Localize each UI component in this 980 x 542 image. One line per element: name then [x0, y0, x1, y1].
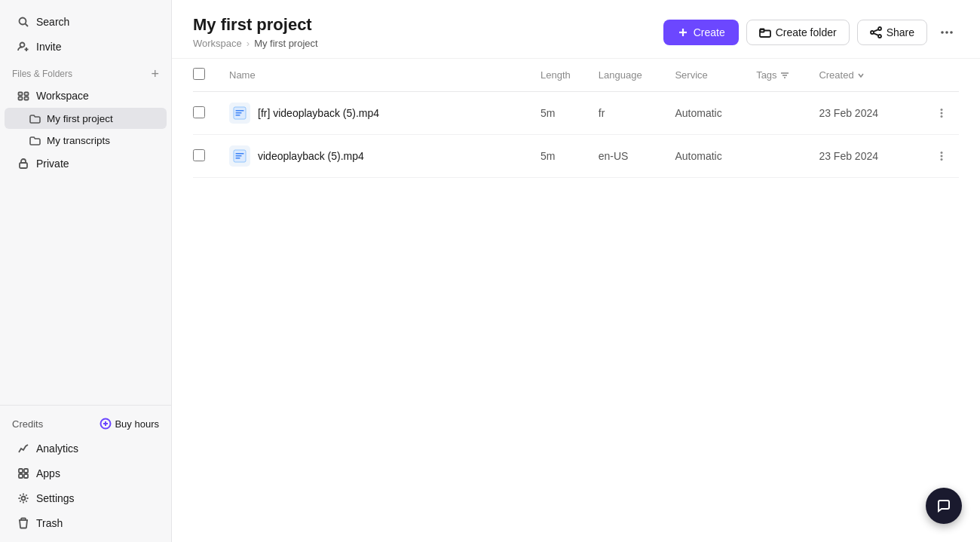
files-table: Name Length Language Service Tags	[193, 59, 959, 178]
sidebar-item-private[interactable]: Private	[5, 152, 167, 176]
row-length-1: 5m	[534, 135, 593, 178]
svg-point-17	[22, 497, 26, 501]
row-actions-1	[911, 135, 959, 178]
file-icon-0	[229, 103, 250, 124]
row-service-0: Automatic	[669, 92, 750, 135]
row-created-1: 23 Feb 2024	[813, 135, 911, 178]
svg-point-22	[878, 35, 881, 38]
svg-point-42	[941, 158, 943, 161]
svg-point-33	[941, 109, 943, 111]
page-title: My first project	[193, 15, 318, 35]
svg-rect-6	[25, 93, 29, 96]
svg-rect-37	[236, 153, 244, 155]
svg-rect-9	[20, 163, 27, 168]
svg-rect-31	[236, 112, 242, 114]
svg-line-24	[873, 29, 877, 32]
create-button[interactable]: Create	[663, 20, 739, 45]
sidebar-item-settings[interactable]: Settings	[5, 486, 167, 510]
file-name-1[interactable]: videoplayback (5).mp4	[258, 150, 364, 162]
folder-icon	[29, 112, 41, 124]
sidebar-item-apps[interactable]: Apps	[5, 461, 167, 485]
breadcrumb-workspace[interactable]: Workspace	[193, 38, 242, 49]
file-name-0[interactable]: [fr] videoplayback (5).mp4	[258, 107, 379, 119]
svg-rect-8	[25, 97, 29, 100]
select-all-checkbox[interactable]	[193, 68, 205, 80]
svg-point-34	[941, 112, 943, 115]
col-checkbox	[193, 59, 223, 92]
sidebar-item-invite[interactable]: Invite	[5, 35, 167, 59]
buy-hours-button[interactable]: Buy hours	[100, 418, 159, 430]
sidebar-item-trash[interactable]: Trash	[5, 511, 167, 535]
svg-point-27	[945, 31, 948, 34]
svg-point-40	[941, 152, 943, 154]
col-tags: Tags	[750, 59, 813, 92]
add-folder-icon[interactable]: +	[151, 67, 159, 81]
row-actions-0	[911, 92, 959, 135]
analytics-label: Analytics	[36, 442, 78, 455]
main-content: My first project Workspace › My first pr…	[172, 0, 980, 542]
workspace-icon	[17, 89, 30, 103]
apps-label: Apps	[36, 467, 60, 479]
breadcrumb-separator: ›	[247, 38, 250, 49]
header-left: My first project Workspace › My first pr…	[193, 15, 318, 49]
table-header-row: Name Length Language Service Tags	[193, 59, 959, 92]
share-button[interactable]: Share	[857, 20, 927, 45]
more-options-button[interactable]	[935, 20, 959, 44]
breadcrumb: Workspace › My first project	[193, 38, 318, 49]
svg-rect-14	[24, 469, 28, 473]
row-service-1: Automatic	[669, 135, 750, 178]
main-header: My first project Workspace › My first pr…	[172, 0, 980, 59]
row-checkbox-1[interactable]	[193, 149, 205, 161]
sidebar-item-my-transcripts[interactable]: My transcripts	[5, 130, 167, 151]
credits-row: Credits Buy hours	[0, 412, 171, 436]
row-created-0: 23 Feb 2024	[813, 92, 911, 135]
row-more-button-0[interactable]	[930, 102, 953, 124]
sidebar-item-my-first-project[interactable]: My first project	[5, 108, 167, 129]
sidebar-item-workspace[interactable]: Workspace	[5, 84, 167, 107]
trash-label: Trash	[36, 517, 63, 529]
svg-point-23	[871, 31, 874, 34]
sidebar: Search Invite Files & Folders +	[0, 0, 172, 542]
breadcrumb-current: My first project	[254, 38, 318, 49]
chat-fab-button[interactable]	[926, 488, 962, 524]
workspace-label: Workspace	[36, 90, 89, 102]
row-tags-1	[750, 135, 813, 178]
search-label: Search	[36, 16, 69, 28]
svg-rect-7	[19, 97, 23, 100]
sidebar-item-search[interactable]: Search	[5, 10, 167, 34]
my-transcripts-label: My transcripts	[47, 135, 110, 146]
svg-point-35	[941, 115, 943, 118]
analytics-icon	[17, 442, 30, 455]
create-folder-button[interactable]: Create folder	[746, 20, 850, 45]
settings-icon	[17, 491, 30, 505]
row-checkbox-cell	[193, 92, 223, 135]
row-more-button-1[interactable]	[930, 145, 953, 167]
row-checkbox-cell	[193, 135, 223, 178]
svg-line-25	[873, 33, 877, 35]
row-length-0: 5m	[534, 92, 593, 135]
settings-label: Settings	[36, 492, 75, 504]
svg-rect-39	[236, 158, 240, 159]
credits-label: Credits	[12, 418, 43, 430]
sidebar-item-analytics[interactable]: Analytics	[5, 436, 167, 461]
table-container: Name Length Language Service Tags	[172, 59, 980, 542]
svg-rect-13	[19, 469, 23, 473]
my-first-project-label: My first project	[47, 113, 113, 124]
apps-icon	[17, 467, 30, 480]
svg-point-21	[878, 27, 881, 30]
row-checkbox-0[interactable]	[193, 106, 205, 118]
svg-line-1	[26, 24, 29, 27]
row-name-cell-0: [fr] videoplayback (5).mp4	[223, 92, 534, 135]
svg-point-2	[20, 43, 25, 47]
svg-rect-16	[24, 474, 28, 478]
svg-point-0	[20, 18, 26, 25]
row-language-0: fr	[593, 92, 669, 135]
trash-icon	[17, 516, 30, 530]
private-icon	[17, 157, 30, 170]
file-icon-1	[229, 145, 250, 167]
svg-rect-38	[236, 155, 242, 157]
svg-point-41	[941, 155, 943, 158]
svg-rect-32	[236, 115, 240, 116]
row-name-cell-1: videoplayback (5).mp4	[223, 135, 534, 178]
invite-label: Invite	[36, 41, 61, 53]
